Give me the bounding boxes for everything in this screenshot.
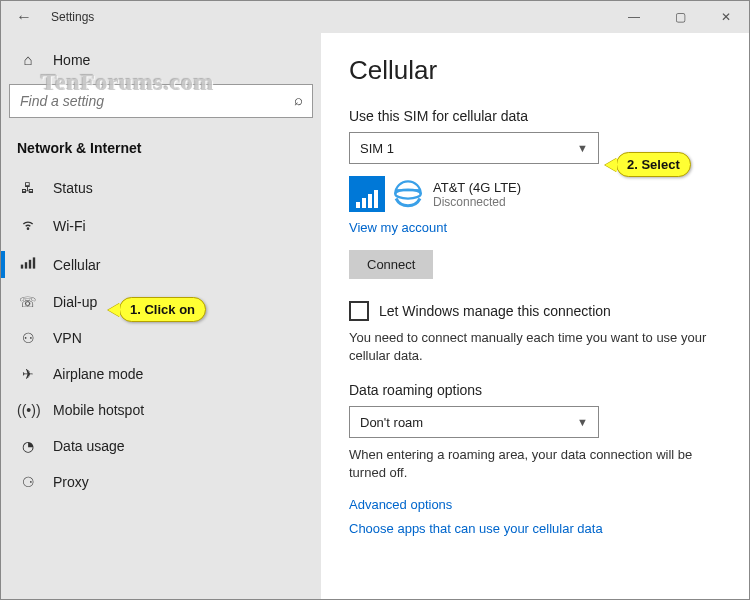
manage-desc: You need to connect manually each time y…: [349, 329, 721, 364]
roaming-desc: When entering a roaming area, your data …: [349, 446, 721, 481]
manage-checkbox[interactable]: [349, 301, 369, 321]
nav-proxy[interactable]: ⚆ Proxy: [9, 464, 313, 500]
carrier-row: AT&T (4G LTE) Disconnected: [349, 176, 721, 212]
nav-datausage[interactable]: ◔ Data usage: [9, 428, 313, 464]
roaming-selected: Don't roam: [360, 415, 423, 430]
sim-selected: SIM 1: [360, 141, 394, 156]
minimize-button[interactable]: —: [611, 1, 657, 33]
close-button[interactable]: ✕: [703, 1, 749, 33]
home-label: Home: [39, 52, 90, 68]
connect-button[interactable]: Connect: [349, 250, 433, 279]
att-logo-icon: [393, 179, 423, 209]
status-icon: 🖧: [17, 180, 39, 196]
svg-point-0: [27, 228, 28, 229]
airplane-icon: ✈: [17, 366, 39, 382]
home-icon: ⌂: [17, 51, 39, 68]
nav-wifi[interactable]: Wi-Fi: [9, 206, 313, 245]
maximize-button[interactable]: ▢: [657, 1, 703, 33]
carrier-status: Disconnected: [433, 195, 521, 209]
nav-status[interactable]: 🖧 Status: [9, 170, 313, 206]
carrier-name: AT&T (4G LTE): [433, 180, 521, 195]
sim-label: Use this SIM for cellular data: [349, 108, 721, 124]
svg-rect-2: [25, 262, 27, 268]
signal-icon: [349, 176, 385, 212]
proxy-icon: ⚆: [17, 474, 39, 490]
view-account-link[interactable]: View my account: [349, 220, 447, 235]
nav-hotspot[interactable]: ((•)) Mobile hotspot: [9, 392, 313, 428]
vpn-icon: ⚇: [17, 330, 39, 346]
search-input[interactable]: [9, 84, 313, 118]
cellular-icon: [17, 255, 39, 274]
svg-rect-1: [21, 265, 23, 269]
search-container: ⌕: [9, 84, 313, 118]
nav-cellular[interactable]: Cellular: [9, 245, 313, 284]
search-icon: ⌕: [294, 91, 303, 108]
hotspot-icon: ((•)): [17, 402, 39, 418]
manage-row: Let Windows manage this connection: [349, 301, 721, 321]
window-title: Settings: [47, 10, 94, 24]
page-heading: Cellular: [349, 55, 721, 86]
data-usage-icon: ◔: [17, 438, 39, 454]
nav-vpn[interactable]: ⚇ VPN: [9, 320, 313, 356]
chevron-down-icon: ▼: [577, 142, 588, 154]
nav-airplane[interactable]: ✈ Airplane mode: [9, 356, 313, 392]
content-panel: Cellular Use this SIM for cellular data …: [321, 33, 749, 600]
callout-1: 1. Click on: [119, 297, 206, 322]
svg-rect-4: [33, 257, 35, 268]
roaming-dropdown[interactable]: Don't roam ▼: [349, 406, 599, 438]
home-nav[interactable]: ⌂ Home: [9, 41, 313, 78]
chevron-down-icon: ▼: [577, 416, 588, 428]
callout-2: 2. Select: [616, 152, 691, 177]
back-button[interactable]: ←: [1, 8, 47, 26]
roaming-label: Data roaming options: [349, 382, 721, 398]
choose-apps-link[interactable]: Choose apps that can use your cellular d…: [349, 521, 603, 536]
sim-dropdown[interactable]: SIM 1 ▼: [349, 132, 599, 164]
advanced-link[interactable]: Advanced options: [349, 497, 452, 512]
category-heading: Network & Internet: [9, 130, 313, 170]
svg-rect-3: [29, 260, 31, 269]
wifi-icon: [17, 216, 39, 235]
dialup-icon: ☏: [17, 294, 39, 310]
manage-label: Let Windows manage this connection: [379, 303, 611, 319]
titlebar: ← Settings — ▢ ✕: [1, 1, 749, 33]
